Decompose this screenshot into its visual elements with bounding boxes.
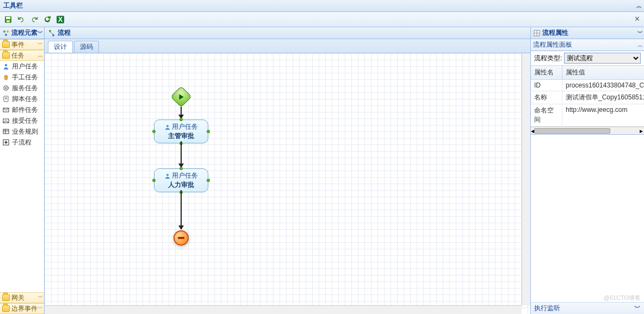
excel-icon[interactable]: X [55, 15, 65, 24]
section-gateways[interactable]: 网关 ︾ [0, 292, 44, 303]
redo-icon[interactable] [29, 15, 39, 24]
watermark: @51CTO博客 [604, 294, 641, 302]
flow-arrow[interactable] [181, 190, 182, 229]
center-header: 流程 [45, 27, 530, 39]
task-item-user[interactable]: 用户任务 [0, 61, 44, 72]
svg-rect-1 [6, 17, 10, 19]
task-node-1[interactable]: 用户任务 主管审批 [154, 120, 208, 143]
task-item-mail[interactable]: 邮件任务 [0, 104, 44, 115]
svg-line-24 [50, 32, 53, 34]
toolbar: X × [0, 12, 644, 27]
task-node-2[interactable]: 用户任务 人力审批 [154, 168, 208, 192]
title-bar: 工具栏 ︽ [0, 0, 644, 12]
user-icon [2, 62, 10, 70]
task-list: 用户任务 手工任务 服务任务 脚本任务 邮件任务 接受任务 业务规则 子流程 [0, 61, 44, 148]
receive-icon [2, 117, 10, 124]
svg-point-7 [5, 34, 7, 36]
design-canvas[interactable]: 用户任务 主管审批 用户任务 人力审批 [45, 53, 530, 314]
expand-icon: ︾ [38, 294, 42, 302]
svg-point-22 [49, 30, 51, 32]
flow-icon [48, 29, 55, 37]
task-item-manual[interactable]: 手工任务 [0, 72, 44, 83]
svg-point-23 [52, 34, 54, 36]
grid-hscroll[interactable]: ◂▸ [531, 127, 644, 134]
type-row: 流程类型: 测试流程 [531, 51, 644, 65]
elements-header[interactable]: 流程元素 ︾ [0, 27, 44, 39]
save-icon[interactable] [3, 15, 13, 24]
svg-point-6 [7, 30, 9, 33]
collapse-icon[interactable]: ︽ [637, 41, 642, 49]
svg-point-26 [166, 174, 169, 176]
listener-bar[interactable]: 执行监听 ︾ [531, 302, 644, 314]
folder-icon [2, 305, 10, 312]
title-text: 工具栏 [3, 1, 23, 10]
start-node[interactable] [174, 89, 189, 104]
collapse-icon: ︽ [38, 52, 42, 59]
tab-source[interactable]: 源码 [74, 41, 99, 53]
mail-icon [2, 106, 10, 114]
properties-header[interactable]: 流程属性 ︾ [531, 27, 644, 39]
sub-icon [2, 139, 10, 146]
panel-sub-header[interactable]: 流程属性面板 ︽ [531, 39, 644, 51]
center-panel: 流程 设计 源码 用户任务 主管审批 用户任务 人力审批 [45, 27, 531, 314]
grid-row[interactable]: IDprocess1601433804748_Copy [531, 80, 644, 91]
task-item-receive[interactable]: 接受任务 [0, 115, 44, 126]
grid-header: 属性名 属性值 [531, 66, 644, 80]
section-tasks[interactable]: 任务 ︽ [0, 50, 44, 61]
expand-icon: ︾ [38, 41, 42, 48]
svg-rect-2 [7, 20, 10, 22]
left-panel: 流程元素 ︾ 事件 ︾ 任务 ︽ 用户任务 手工任务 服务任务 脚本任务 邮件任… [0, 27, 45, 314]
task-item-rule[interactable]: 业务规则 [0, 126, 44, 137]
tab-design[interactable]: 设计 [48, 41, 73, 53]
rule-icon [2, 128, 10, 135]
type-select[interactable]: 测试流程 [564, 53, 641, 64]
gear-icon [2, 84, 10, 92]
task-item-sub[interactable]: 子流程 [0, 137, 44, 148]
task-item-service[interactable]: 服务任务 [0, 83, 44, 93]
right-panel: 流程属性 ︾ 流程属性面板 ︽ 流程类型: 测试流程 属性名 属性值 IDpro… [531, 27, 644, 314]
elements-icon [2, 29, 10, 37]
expand-icon[interactable]: ︾ [634, 304, 641, 313]
end-node[interactable] [174, 230, 189, 246]
expand-icon: ︾ [38, 305, 42, 312]
refresh-icon[interactable] [42, 15, 52, 24]
hand-icon [2, 73, 10, 81]
folder-icon [2, 41, 10, 48]
svg-rect-16 [3, 129, 9, 134]
grid-row[interactable]: 命名空间http://www.jeecg.com [531, 104, 644, 127]
grid-row[interactable]: 名称测试请假单_Copy16058511885 [531, 91, 644, 104]
tab-strip: 设计 源码 [45, 39, 530, 53]
folder-icon [2, 52, 10, 59]
horizontal-scrollbar[interactable] [45, 305, 522, 314]
type-label: 流程类型: [534, 54, 562, 63]
close-icon[interactable]: × [635, 14, 640, 24]
svg-point-10 [5, 87, 7, 89]
grid-icon [533, 29, 541, 37]
undo-icon[interactable] [16, 15, 26, 24]
center-title: 流程 [58, 28, 71, 37]
svg-point-5 [3, 30, 5, 33]
property-grid: 属性名 属性值 IDprocess1601433804748_Copy 名称测试… [531, 65, 644, 134]
vertical-scrollbar[interactable] [522, 53, 530, 305]
collapse-icon[interactable]: ︾ [637, 29, 642, 37]
section-boundary[interactable]: 边界事件 ︾ [0, 303, 44, 314]
svg-text:X: X [58, 16, 63, 23]
svg-point-8 [5, 64, 7, 66]
flow-arrow[interactable] [181, 141, 182, 167]
task-item-script[interactable]: 脚本任务 [0, 93, 44, 104]
section-events[interactable]: 事件 ︾ [0, 39, 44, 50]
script-icon [2, 95, 10, 103]
collapse-up-icon[interactable]: ︽ [636, 2, 641, 10]
elements-label: 流程元素 [11, 28, 38, 37]
folder-icon [2, 294, 10, 301]
svg-point-25 [166, 125, 169, 127]
flow-arrow[interactable] [181, 106, 182, 118]
collapse-icon[interactable]: ︾ [38, 29, 42, 37]
